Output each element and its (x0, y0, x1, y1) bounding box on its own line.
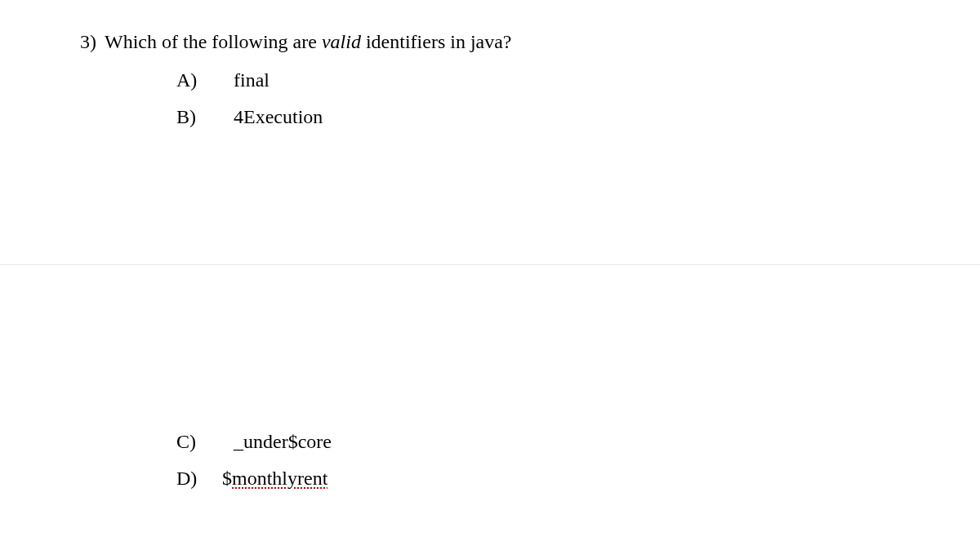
option-d-label: D) (176, 468, 222, 490)
question-number: 3) (80, 31, 96, 53)
option-c-label: C) (176, 431, 234, 453)
option-d-spellcheck: monthlyrent (232, 468, 327, 489)
options-top-group: A) final B) 4Execution (176, 69, 980, 128)
option-d-text: $monthlyrent (222, 468, 327, 490)
question-italic-word: valid (322, 31, 361, 52)
option-b-text: 4Execution (234, 106, 323, 128)
option-d-prefix: $ (222, 468, 232, 489)
option-b-label: B) (176, 106, 234, 128)
option-c-text: _under$core (234, 431, 332, 453)
options-bottom-group: C) _under$core D) $monthlyrent (176, 431, 332, 504)
question-text-before: Which of the following are (105, 31, 322, 52)
question-text: Which of the following are valid identif… (105, 31, 512, 53)
option-b: B) 4Execution (176, 106, 980, 128)
question-container: 3) Which of the following are valid iden… (0, 0, 980, 128)
question-line: 3) Which of the following are valid iden… (80, 31, 980, 53)
option-a-text: final (234, 69, 270, 91)
question-text-after: identifiers in java? (361, 31, 512, 52)
option-d: D) $monthlyrent (176, 468, 332, 490)
page-divider (0, 264, 980, 265)
option-a: A) final (176, 69, 980, 91)
option-a-label: A) (176, 69, 234, 91)
option-c: C) _under$core (176, 431, 332, 453)
